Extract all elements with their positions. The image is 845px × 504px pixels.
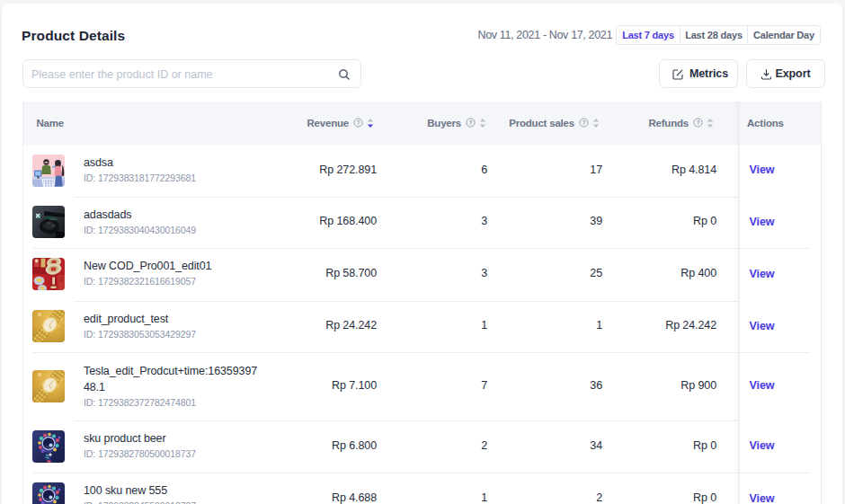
svg-text:?: ? bbox=[697, 119, 700, 126]
